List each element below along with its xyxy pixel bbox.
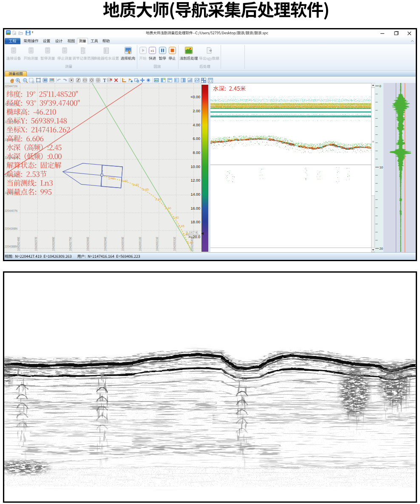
svg-text:10426248E: 10426248E (17, 236, 20, 251)
svg-text:2204388N: 2204388N (5, 245, 17, 248)
svg-text:10426266E: 10426266E (52, 236, 55, 251)
svg-text:2204407N: 2204407N (5, 209, 17, 212)
svg-text:10426321E: 10426321E (156, 236, 159, 251)
svg-text:2.40: 2.40 (173, 216, 179, 219)
svg-text:2204453N: 2204453N (5, 120, 17, 123)
svg-text:2204416N: 2204416N (5, 191, 17, 194)
svg-text:2204444N: 2204444N (5, 138, 17, 141)
svg-text:2.40: 2.40 (187, 241, 193, 245)
svg-text:2.40: 2.40 (165, 206, 171, 210)
svg-text:2204434N: 2204434N (5, 156, 17, 159)
svg-text:2204462N: 2204462N (5, 103, 17, 105)
svg-text:2204471N: 2204471N (5, 85, 17, 88)
svg-text:2.45: 2.45 (142, 188, 149, 191)
svg-text:2.40: 2.40 (133, 183, 139, 187)
svg-text:2.40: 2.40 (155, 197, 162, 201)
svg-text:10426275E: 10426275E (69, 236, 72, 251)
svg-text:2.40: 2.40 (122, 179, 128, 183)
svg-text:10426257E: 10426257E (34, 236, 37, 251)
svg-text:0: 0 (380, 84, 381, 88)
svg-text:10426303E: 10426303E (121, 236, 124, 251)
svg-text:2.40: 2.40 (108, 177, 115, 180)
svg-text:10426284E: 10426284E (86, 236, 89, 251)
svg-text:2204425N: 2204425N (5, 174, 17, 177)
svg-text:10426312E: 10426312E (139, 236, 142, 251)
svg-text:10426294E: 10426294E (104, 236, 107, 251)
svg-text:T: T (103, 78, 106, 83)
svg-text:10: 10 (380, 165, 383, 169)
svg-text:20: 20 (380, 247, 383, 251)
svg-text:2204398N: 2204398N (5, 227, 17, 230)
svg-text:x1: x1 (150, 49, 154, 53)
svg-text:2.45: 2.45 (178, 224, 184, 228)
